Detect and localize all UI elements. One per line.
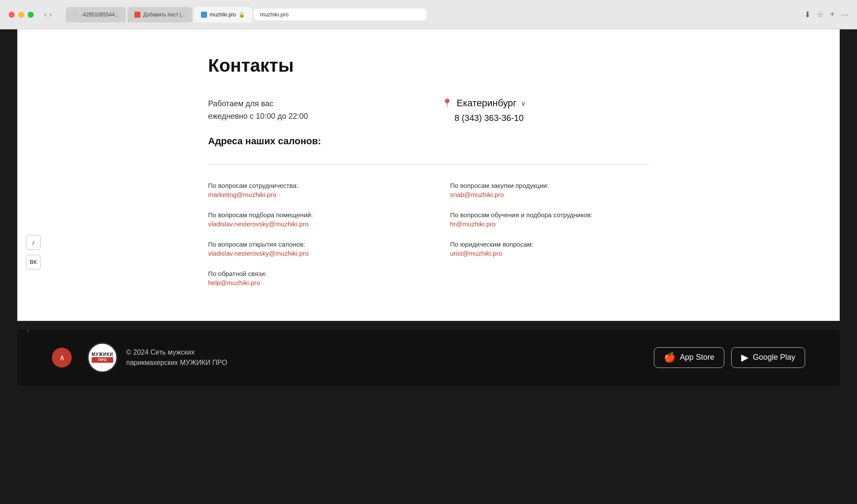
contact-label: По юридическим вопросам: [450,241,649,248]
contact-item: По юридическим вопросам: urist@muzhiki.p… [450,241,649,257]
app-store-button[interactable]: 🍎 App Store [654,347,724,368]
contact-label: По вопросам обучения и подбора сотрудник… [450,211,649,219]
tab-1[interactable]: -42951085544... [66,7,126,22]
working-hours-line2: ежедневно с 10:00 до 22:00 [208,110,416,123]
tab-1-label: -42951085544... [81,12,119,18]
google-play-label: Google Play [753,353,795,362]
chevron-up-icon: ∧ [59,353,65,362]
footer-logo: МУЖИКИ ПРО [87,342,118,373]
working-hours-block: Работаем для вас ежедневно с 10:00 до 22… [208,98,416,147]
download-icon[interactable]: ⬇ [804,10,811,19]
tab-2-label: Добавить пост |... [143,12,185,18]
phone-number: 8 (343) 363-36-10 [455,113,649,123]
tab-3[interactable]: muzhiki.pro 🔒 [194,7,252,22]
location-pin-icon: 📍 [442,98,452,108]
contact-item: По обратной связи: help@muzhiki.pro [208,270,407,286]
working-hours-line1: Работаем для вас [208,98,416,110]
contacts-grid: По вопросам сотрудничества: marketing@mu… [208,182,649,286]
tiktok-icon: ♪ [32,238,35,246]
content-area: Контакты Работаем для вас ежедневно с 10… [191,29,666,321]
contact-label: По обратной связи: [208,270,407,277]
footer: ∧ МУЖИКИ ПРО © 2024 Сеть мужскихпарикмах… [17,330,840,386]
tab-3-label: muzhiki.pro [210,12,236,18]
address-text: muzhiki.pro [260,11,288,18]
contact-label: По вопросам открытия салонов: [208,241,407,248]
chevron-down-icon: ∨ [521,99,526,108]
logo-bottom-text: ПРО [92,357,113,363]
forward-icon[interactable]: › [49,10,52,19]
tab-bar: -42951085544... Добавить пост |... muzhi… [66,7,784,22]
scroll-down-arrow[interactable]: ↓ [26,324,30,334]
scroll-to-top-button[interactable]: ∧ [52,348,72,368]
address-bar[interactable]: muzhiki.pro [254,9,427,20]
city-selector[interactable]: 📍 Екатеринбург ∨ [442,98,649,109]
top-section: Работаем для вас ежедневно с 10:00 до 22… [208,98,649,147]
gap [17,321,840,330]
contact-label: По вопросам закупки продукции: [450,182,649,189]
social-sidebar: ♪ ВК [26,235,41,269]
footer-brand: МУЖИКИ ПРО © 2024 Сеть мужскихпарикмахер… [87,342,227,373]
google-play-button[interactable]: ▶ Google Play [731,347,805,368]
browser-nav: ‹ › [44,10,52,19]
tab-3-favicon [201,12,207,18]
vk-icon: ВК [30,259,37,265]
close-button[interactable] [9,12,15,18]
tab-2[interactable]: Добавить пост |... [127,7,192,22]
google-play-icon: ▶ [741,352,749,363]
main-window: Контакты Работаем для вас ежедневно с 10… [17,29,840,321]
contact-item: По вопросам сотрудничества: marketing@mu… [208,182,407,198]
vk-icon-btn[interactable]: ВК [26,255,41,269]
app-store-label: App Store [680,353,714,362]
working-hours-text: Работаем для вас ежедневно с 10:00 до 22… [208,98,416,123]
new-tab-icon[interactable]: + [830,10,835,19]
contact-email[interactable]: marketing@muzhiki.pro [208,191,407,198]
browser-actions: ⬇ ☆ + ⋯ [804,10,848,19]
contact-email[interactable]: hr@muzhiki.pro [450,220,649,228]
section-divider [208,164,649,165]
contact-email[interactable]: snab@muzhiki.pro [450,191,649,198]
footer-left: ∧ МУЖИКИ ПРО © 2024 Сеть мужскихпарикмах… [52,342,227,373]
apple-icon: 🍎 [664,352,675,363]
addresses-heading: Адреса наших салонов: [208,136,416,147]
contact-label: По вопросам сотрудничества: [208,182,407,189]
footer-apps: 🍎 App Store ▶ Google Play [654,347,805,368]
contact-email[interactable]: urist@muzhiki.pro [450,250,649,257]
fullscreen-button[interactable] [28,12,34,18]
contact-item: По вопросам обучения и подбора сотрудник… [450,211,649,228]
contact-label: По вопросам подбора помещений: [208,211,407,219]
tab-1-favicon [73,12,79,18]
contact-email[interactable]: help@muzhiki.pro [208,279,407,286]
secure-icon: 🔒 [239,12,245,18]
tiktok-icon-btn[interactable]: ♪ [26,235,41,250]
tab-2-favicon [134,12,140,18]
contact-email[interactable]: vladislav.nesterovsky@muzhiki.pro [208,250,407,257]
contact-item: По вопросам открытия салонов: vladislav.… [208,241,407,257]
back-icon[interactable]: ‹ [44,10,47,19]
contact-email[interactable]: vladislav.nesterovsky@muzhiki.pro [208,220,407,228]
browser-chrome: ‹ › -42951085544... Добавить пост |... m… [0,0,857,29]
contact-item [450,270,649,286]
page-title: Контакты [208,55,649,76]
footer-copyright: © 2024 Сеть мужскихпарикмахерских МУЖИКИ… [126,347,227,368]
contact-item: По вопросам закупки продукции: snab@muzh… [450,182,649,198]
location-block: 📍 Екатеринбург ∨ 8 (343) 363-36-10 [442,98,649,147]
logo-top-text: МУЖИКИ [92,352,113,357]
minimize-button[interactable] [18,12,24,18]
city-name: Екатеринбург [457,98,516,109]
contact-item: По вопросам подбора помещений: vladislav… [208,211,407,228]
menu-icon[interactable]: ⋯ [841,10,848,19]
bookmark-icon[interactable]: ☆ [817,10,824,19]
traffic-lights [9,12,34,18]
